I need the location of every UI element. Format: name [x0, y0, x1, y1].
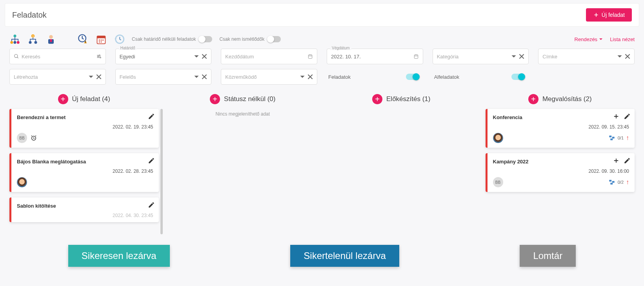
scrollbar[interactable] [160, 109, 163, 234]
task-card[interactable]: Bájos Blanka meglátogatása 2022. 02. 28.… [9, 153, 159, 192]
end-date-value: 2022. 10. 17. [331, 54, 413, 60]
subtasks-toggle-switch[interactable] [511, 74, 525, 80]
card-title: Konferencia [493, 114, 629, 120]
dropzone-row: Sikeresen lezárva Sikertelenül lezárva L… [0, 237, 644, 271]
card-title: Bájos Blanka meglátogatása [17, 159, 153, 165]
collaborator-select[interactable]: Közreműködő [221, 69, 317, 85]
add-card-button[interactable]: + [372, 94, 382, 104]
svg-point-20 [100, 41, 102, 42]
plus-icon[interactable] [613, 113, 620, 120]
chevron-down-icon [511, 54, 517, 59]
clock-warning-icon[interactable] [78, 34, 89, 45]
search-input[interactable]: Keresés [9, 49, 106, 64]
toggle-no-deadline-switch[interactable] [199, 36, 212, 42]
card-title: Kampány 2022 [493, 159, 629, 165]
dropzone-trash-label: Lomtár [533, 250, 562, 261]
org-chart-icon[interactable] [9, 34, 20, 45]
add-card-button[interactable]: + [58, 94, 68, 104]
end-date-input[interactable]: Végdátum 2022. 10. 17. [327, 49, 423, 64]
column-no-status: + Státusz nélkül (0) Nincs megjeleníthet… [168, 92, 318, 228]
plus-icon [593, 12, 599, 18]
chevron-down-icon [194, 74, 199, 80]
start-date-input[interactable]: Kezdődátum [221, 49, 317, 64]
subtask-count: 0/2 [618, 180, 624, 185]
responsible-select[interactable]: Felelős [115, 69, 212, 85]
person-icon[interactable] [45, 34, 56, 45]
close-icon[interactable] [307, 74, 313, 80]
page-title: Feladatok [12, 11, 47, 20]
category-select[interactable]: Kategória [433, 49, 529, 64]
edit-icon[interactable] [148, 201, 155, 208]
svg-point-17 [100, 40, 102, 41]
subtasks-icon [608, 134, 615, 141]
toggle-non-recurring-label: Csak nem ismétlődők [219, 36, 264, 42]
column-title: Megvalósítás (2) [542, 95, 592, 103]
svg-point-16 [99, 40, 100, 41]
sort-dropdown[interactable]: Rendezés [575, 36, 603, 42]
close-icon[interactable] [202, 74, 207, 80]
svg-point-25 [100, 57, 101, 58]
start-date-placeholder: Kezdődátum [225, 54, 307, 60]
created-by-select[interactable]: Létrehozta [9, 69, 106, 85]
tag-placeholder: Címke [542, 54, 617, 60]
card-date: 2022. 09. 15. 23:45 [493, 124, 629, 130]
svg-rect-27 [414, 55, 418, 58]
calendar-icon[interactable] [96, 34, 107, 45]
list-view-link[interactable]: Lista nézet [610, 36, 635, 42]
svg-point-22 [15, 54, 18, 58]
task-card[interactable]: Sablon kitöltése 2022. 04. 30. 23:45 [9, 197, 159, 222]
dropzone-success[interactable]: Sikeresen lezárva [68, 245, 170, 267]
svg-point-19 [99, 41, 100, 42]
task-card[interactable]: Konferencia 2022. 09. 15. 23:45 0/1 ↑ [486, 109, 635, 148]
tasks-toggle-switch[interactable] [406, 74, 419, 80]
kanban-board: + Új feladat (4) Berendezni a termet 202… [0, 89, 644, 237]
toggle-no-deadline: Csak határidő nélküli feladatok [132, 36, 212, 42]
chevron-down-icon [88, 74, 94, 80]
close-icon[interactable] [625, 54, 630, 59]
subtasks-icon [608, 179, 615, 186]
edit-icon[interactable] [624, 113, 631, 120]
money-chart-icon[interactable]: $ [27, 34, 38, 45]
sort-label: Rendezés [575, 36, 598, 42]
deadline-select[interactable]: Határidő Egyedi [115, 49, 212, 64]
toggle-non-recurring-switch[interactable] [267, 36, 281, 42]
history-icon[interactable] [114, 34, 125, 45]
subtasks-toggle-label: Alfeladatok [434, 74, 459, 80]
collaborator-placeholder: Közreműködő [225, 74, 300, 80]
dropzone-trash[interactable]: Lomtár [520, 245, 576, 267]
toggle-no-deadline-label: Csak határidő nélküli feladatok [132, 36, 196, 42]
close-icon[interactable] [96, 74, 102, 80]
edit-icon[interactable] [148, 113, 155, 120]
chevron-down-icon [599, 37, 603, 41]
svg-point-8 [49, 35, 53, 39]
task-card[interactable]: Kampány 2022 2022. 09. 30. 16:00 BB 0/2 … [486, 153, 635, 192]
toggle-non-recurring: Csak nem ismétlődők [219, 36, 281, 42]
empty-state-text: Nincs megjeleníthető adat [168, 109, 318, 119]
svg-point-24 [98, 56, 98, 57]
svg-rect-33 [612, 181, 614, 183]
add-card-button[interactable]: + [210, 94, 220, 104]
list-view-label: Lista nézet [610, 36, 635, 42]
close-icon[interactable] [202, 54, 207, 59]
svg-point-3 [17, 41, 20, 44]
plus-icon[interactable] [613, 157, 620, 164]
new-task-button[interactable]: Új feladat [586, 8, 632, 22]
end-date-field-label: Végdátum [330, 46, 351, 50]
search-placeholder: Keresés [22, 54, 96, 60]
created-by-placeholder: Létrehozta [14, 74, 88, 80]
tag-select[interactable]: Címke [538, 49, 635, 64]
tune-icon[interactable] [96, 54, 102, 59]
column-title: Új feladat (4) [72, 95, 110, 103]
add-card-button[interactable]: + [528, 94, 538, 104]
svg-point-0 [14, 34, 16, 37]
close-icon[interactable] [519, 54, 524, 59]
toolbar: $ Csak határidő nélküli feladatok Csak n… [0, 30, 644, 49]
edit-icon[interactable] [624, 157, 631, 164]
card-date: 2022. 09. 30. 16:00 [493, 168, 629, 174]
subtask-count: 0/1 [618, 136, 624, 140]
svg-point-18 [102, 40, 104, 41]
column-title: Státusz nélkül (0) [224, 95, 275, 103]
dropzone-fail[interactable]: Sikertelenül lezárva [290, 245, 399, 267]
edit-icon[interactable] [148, 157, 155, 164]
task-card[interactable]: Berendezni a termet 2022. 02. 19. 23:45 … [9, 109, 159, 148]
